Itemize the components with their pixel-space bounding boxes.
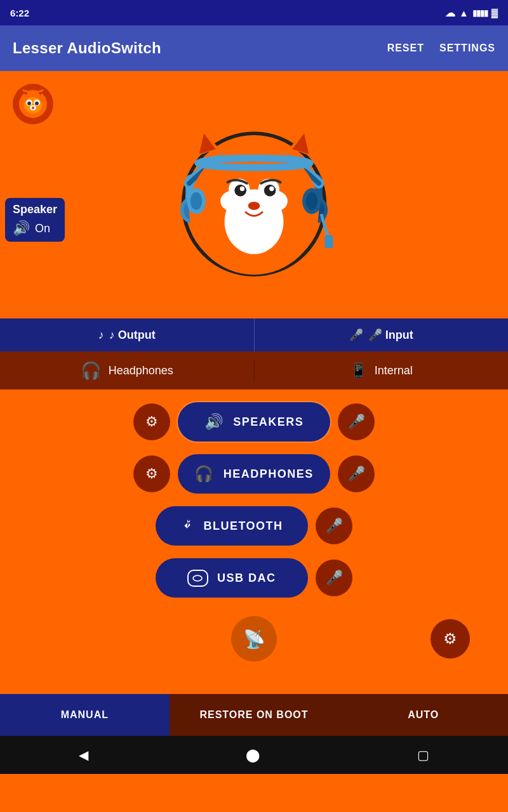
input-mic-icon: 🎤: [349, 328, 363, 342]
status-time: 6:22: [10, 8, 29, 18]
svg-rect-41: [324, 235, 333, 248]
speakers-main-button[interactable]: 🔊 SPEAKERS: [178, 402, 330, 442]
cast-button[interactable]: 📡: [231, 616, 277, 662]
output-label: ♪ Output: [109, 329, 156, 342]
app-bar: Lesser AudioSwitch RESET SETTINGS: [0, 25, 508, 71]
speaker-badge: Speaker 🔊 On: [5, 198, 65, 242]
bluetooth-main-button[interactable]: BLUETOOTH: [156, 506, 308, 546]
output-device-label: Headphones: [109, 364, 173, 377]
bottom-bar: MANUAL RESTORE ON BOOT AUTO: [0, 694, 508, 736]
reset-button[interactable]: RESET: [387, 43, 424, 54]
headphones-settings-button[interactable]: ⚙: [133, 455, 170, 492]
speakers-mic-icon: 🎤: [348, 414, 365, 430]
small-mascot-icon: [15, 86, 51, 122]
hero-area: Speaker 🔊 On: [0, 71, 508, 318]
nav-bar: ◀ ⬤ ▢: [0, 736, 508, 774]
speaker-badge-title: Speaker: [13, 203, 57, 216]
input-device-label: Internal: [375, 364, 413, 377]
cloud-icon: ☁: [445, 7, 455, 19]
speakers-row: ⚙ 🔊 SPEAKERS 🎤: [133, 402, 375, 442]
usb-dac-mic-button[interactable]: 🎤: [316, 560, 352, 596]
headphones-mic-icon: 🎤: [348, 466, 365, 482]
svg-point-30: [234, 185, 246, 197]
restore-tab[interactable]: RESTORE ON BOOT: [170, 694, 339, 736]
nav-recents-button[interactable]: ▢: [417, 747, 429, 763]
speaker-badge-status: 🔊 On: [13, 220, 57, 237]
nav-home-icon: ⬤: [246, 748, 260, 762]
status-icons: ☁ ▲ ▮▮▮▮ ▓: [445, 7, 498, 19]
bluetooth-icon: [180, 517, 194, 535]
nav-back-button[interactable]: ◀: [79, 747, 88, 763]
buttons-area: ⚙ 🔊 SPEAKERS 🎤 ⚙ 🎧 HEADPHONES 🎤: [0, 390, 508, 610]
svg-point-32: [240, 187, 244, 191]
app-icon-small: [13, 84, 53, 124]
nav-home-button[interactable]: ⬤: [246, 747, 260, 763]
bluetooth-label: BLUETOOTH: [203, 520, 283, 533]
svg-point-5: [27, 102, 31, 105]
headphones-device-icon: 🎧: [81, 361, 101, 381]
app-bar-actions: RESET SETTINGS: [387, 43, 495, 54]
nav-recents-icon: ▢: [417, 748, 429, 762]
output-tab[interactable]: ♪ ♪ Output: [0, 318, 255, 351]
cast-area: 📡 ⚙: [0, 610, 508, 667]
speakers-sound-icon: 🔊: [204, 413, 225, 431]
internal-mic-icon: 📱: [350, 362, 367, 379]
speaker-on-label: On: [35, 222, 50, 235]
manual-tab[interactable]: MANUAL: [0, 694, 170, 736]
svg-point-37: [190, 192, 203, 210]
speakers-mic-button[interactable]: 🎤: [338, 403, 375, 440]
svg-point-6: [35, 102, 39, 105]
bluetooth-row: BLUETOOTH 🎤: [156, 506, 352, 546]
device-row: 🎧 Headphones 📱 Internal: [0, 351, 508, 390]
input-tab[interactable]: 🎤 🎤 Input: [255, 318, 509, 351]
input-device[interactable]: 📱 Internal: [255, 362, 509, 379]
battery-icon: ▓: [491, 8, 498, 18]
main-content: Speaker 🔊 On ♪ ♪ Output 🎤 🎤 Input 🎧 Head…: [0, 71, 508, 774]
nav-back-icon: ◀: [79, 748, 88, 762]
bluetooth-mic-icon: 🎤: [326, 518, 343, 534]
status-bar: 6:22 ☁ ▲ ▮▮▮▮ ▓: [0, 0, 508, 25]
settings-fab-button[interactable]: ⚙: [431, 619, 470, 658]
auto-tab[interactable]: AUTO: [338, 694, 508, 736]
input-label: 🎤 Input: [368, 328, 413, 342]
signal-icon: ▮▮▮▮: [472, 8, 488, 18]
output-music-icon: ♪: [98, 329, 104, 342]
speakers-label: SPEAKERS: [233, 416, 304, 429]
headphones-row: ⚙ 🎧 HEADPHONES 🎤: [133, 454, 375, 494]
cast-icon: 📡: [243, 629, 265, 650]
speakers-settings-icon: ⚙: [145, 414, 158, 430]
usb-dac-icon: ⬭: [187, 570, 208, 587]
wifi-icon: ▲: [459, 8, 469, 18]
svg-point-31: [264, 185, 276, 197]
headphones-settings-icon: ⚙: [145, 466, 158, 482]
svg-point-39: [306, 192, 318, 210]
app-title: Lesser AudioSwitch: [13, 39, 161, 57]
svg-point-34: [248, 202, 260, 210]
headphones-icon: 🎧: [194, 465, 215, 483]
usb-dac-label: USB DAC: [217, 572, 276, 585]
usb-dac-main-button[interactable]: ⬭ USB DAC: [156, 558, 308, 598]
headphones-label: HEADPHONES: [224, 468, 314, 481]
settings-button[interactable]: SETTINGS: [439, 43, 495, 54]
svg-point-8: [32, 107, 34, 109]
mascot-container: [165, 112, 343, 290]
speakers-settings-button[interactable]: ⚙: [133, 403, 170, 440]
speaker-on-icon: 🔊: [13, 220, 30, 237]
audio-bar: ♪ ♪ Output 🎤 🎤 Input: [0, 318, 508, 351]
usb-dac-row: ⬭ USB DAC 🎤: [156, 558, 352, 598]
usb-dac-mic-icon: 🎤: [326, 570, 343, 586]
output-device[interactable]: 🎧 Headphones: [0, 361, 255, 381]
svg-point-33: [269, 187, 274, 191]
headphones-main-button[interactable]: 🎧 HEADPHONES: [178, 454, 330, 494]
bluetooth-mic-button[interactable]: 🎤: [316, 508, 352, 544]
settings-fab-icon: ⚙: [443, 630, 457, 648]
mascot-svg: [171, 119, 337, 284]
headphones-mic-button[interactable]: 🎤: [338, 455, 375, 492]
